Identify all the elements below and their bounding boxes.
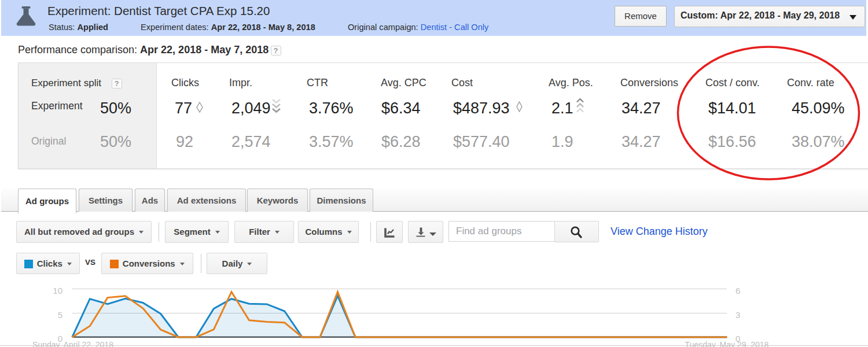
svg-text:Tuesday, May 29, 2018: Tuesday, May 29, 2018 — [685, 340, 769, 347]
svg-text:Sunday, April 22, 2018: Sunday, April 22, 2018 — [32, 340, 113, 347]
svg-text:6: 6 — [735, 286, 740, 296]
svg-text:10: 10 — [53, 286, 62, 296]
svg-text:5: 5 — [58, 310, 62, 320]
svg-text:3: 3 — [735, 310, 740, 320]
